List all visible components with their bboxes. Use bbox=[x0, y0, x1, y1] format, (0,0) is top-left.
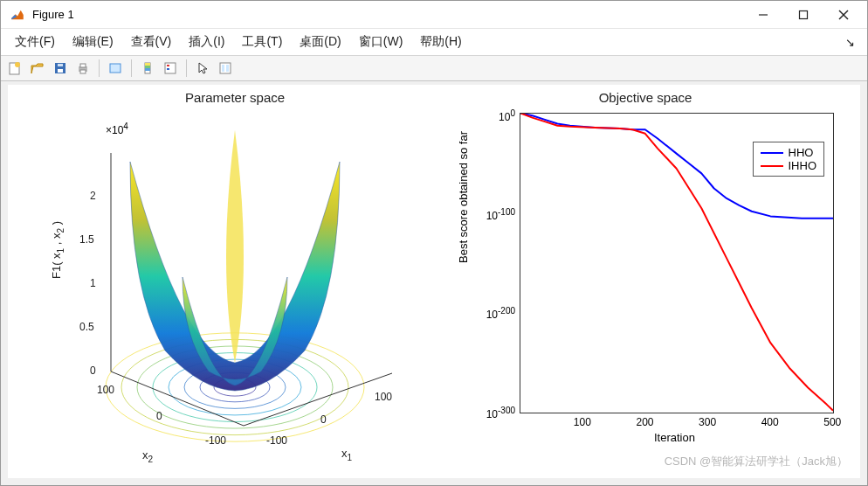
x1-tick: 0 bbox=[320, 413, 327, 426]
minimize-button[interactable] bbox=[743, 1, 783, 28]
toolbar bbox=[1, 55, 867, 81]
parameter-space-axes[interactable]: Parameter space ×104 bbox=[43, 88, 427, 464]
svg-rect-16 bbox=[145, 68, 150, 71]
colorbar-button[interactable] bbox=[137, 58, 158, 79]
x-tick: 300 bbox=[699, 413, 716, 428]
menu-overflow-icon[interactable]: ↘ bbox=[845, 36, 855, 49]
toolbar-separator bbox=[99, 59, 100, 77]
legend-button[interactable] bbox=[160, 58, 181, 79]
print-button[interactable] bbox=[72, 58, 93, 79]
menu-edit[interactable]: 编辑(E) bbox=[64, 31, 122, 53]
svg-rect-15 bbox=[145, 66, 150, 68]
objective-space-axes[interactable]: Objective space Best score obtained so f… bbox=[444, 88, 846, 464]
x-axis-label: Iteration bbox=[654, 431, 695, 444]
matlab-icon bbox=[10, 7, 25, 23]
svg-rect-11 bbox=[80, 70, 86, 73]
menu-help[interactable]: 帮助(H) bbox=[411, 31, 470, 53]
plot-tools-button[interactable] bbox=[215, 58, 236, 79]
menu-file[interactable]: 文件(F) bbox=[6, 31, 64, 53]
y-tick: 10-100 bbox=[486, 206, 520, 221]
svg-rect-20 bbox=[220, 63, 231, 73]
svg-rect-8 bbox=[58, 64, 63, 66]
y-tick: 10-200 bbox=[486, 306, 520, 321]
menu-tools[interactable]: 工具(T) bbox=[233, 31, 291, 53]
svg-rect-10 bbox=[80, 64, 86, 67]
z-tick: 1.5 bbox=[79, 233, 94, 246]
x2-tick: 0 bbox=[156, 410, 162, 422]
y-tick: 100 bbox=[499, 108, 520, 122]
left-chart-title: Parameter space bbox=[43, 90, 427, 105]
x2-tick: 100 bbox=[97, 384, 114, 396]
new-figure-button[interactable] bbox=[4, 58, 25, 79]
svg-rect-22 bbox=[226, 65, 229, 72]
menu-view[interactable]: 查看(V) bbox=[122, 31, 181, 53]
x1-tick: 100 bbox=[375, 391, 392, 403]
maximize-button[interactable] bbox=[783, 1, 823, 28]
menu-desktop[interactable]: 桌面(D) bbox=[291, 31, 349, 53]
open-button[interactable] bbox=[27, 58, 48, 79]
x-tick: 500 bbox=[823, 413, 841, 428]
legend-swatch bbox=[761, 165, 783, 167]
x2-tick: -100 bbox=[205, 434, 226, 447]
y-tick: 10-300 bbox=[486, 406, 520, 420]
x-tick: 200 bbox=[636, 413, 653, 428]
z-tick: 1 bbox=[90, 277, 96, 289]
save-button[interactable] bbox=[50, 58, 71, 79]
svg-rect-21 bbox=[222, 65, 224, 72]
legend-label: HHO bbox=[789, 146, 814, 159]
legend[interactable]: HHO IHHO bbox=[753, 142, 825, 177]
figure-area: Parameter space ×104 bbox=[1, 81, 867, 485]
legend-entry-ihho: IHHO bbox=[761, 159, 817, 172]
z-tick: 0 bbox=[90, 364, 96, 377]
window-title: Figure 1 bbox=[32, 8, 743, 21]
x1-tick: -100 bbox=[266, 434, 287, 447]
x-tick: 400 bbox=[761, 413, 779, 428]
legend-label: IHHO bbox=[789, 159, 817, 172]
legend-entry-hho: HHO bbox=[761, 146, 817, 159]
menu-insert[interactable]: 插入(I) bbox=[180, 31, 233, 53]
svg-rect-14 bbox=[145, 63, 150, 66]
z-tick: 2 bbox=[90, 190, 96, 202]
x2-axis-label: x2 bbox=[142, 448, 153, 464]
z-axis-label: F1( x1 , x2 ) bbox=[50, 221, 65, 279]
menu-window[interactable]: 窗口(W) bbox=[350, 31, 412, 53]
svg-rect-17 bbox=[165, 63, 176, 73]
toolbar-separator bbox=[186, 59, 187, 77]
z-tick: 0.5 bbox=[79, 321, 94, 333]
legend-swatch bbox=[761, 152, 783, 154]
svg-point-5 bbox=[15, 62, 20, 67]
svg-rect-1 bbox=[800, 10, 808, 18]
svg-rect-12 bbox=[110, 64, 121, 73]
pointer-button[interactable] bbox=[192, 58, 213, 79]
toolbar-separator bbox=[131, 59, 132, 77]
svg-rect-7 bbox=[58, 69, 63, 73]
close-button[interactable] bbox=[823, 1, 864, 28]
x-tick: 100 bbox=[574, 413, 591, 428]
titlebar: Figure 1 bbox=[1, 1, 867, 29]
figure-canvas: Parameter space ×104 bbox=[8, 85, 860, 478]
right-axes-box: 100 10-100 10-200 10-300 100 200 300 400… bbox=[520, 113, 834, 413]
x1-axis-label: x1 bbox=[341, 447, 352, 462]
link-axes-button[interactable] bbox=[105, 58, 126, 79]
surface-plot bbox=[43, 109, 427, 459]
right-chart-title: Objective space bbox=[444, 90, 846, 105]
menubar: 文件(F) 编辑(E) 查看(V) 插入(I) 工具(T) 桌面(D) 窗口(W… bbox=[1, 29, 867, 55]
y-axis-label: Best score obtained so far bbox=[457, 131, 470, 263]
